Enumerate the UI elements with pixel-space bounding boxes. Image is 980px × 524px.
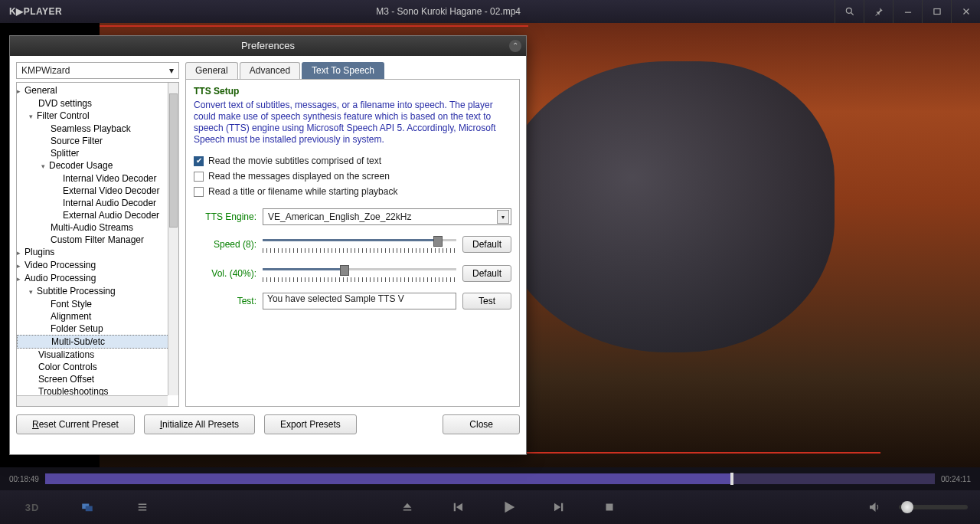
tree-general[interactable]: ▸General <box>17 84 178 97</box>
tree-splitter[interactable]: Splitter <box>17 147 178 159</box>
tts-setup-desc: Convert text of subtitles, messages, or … <box>194 100 511 146</box>
speed-slider[interactable] <box>263 234 456 254</box>
tab-general[interactable]: General <box>185 62 238 79</box>
tree-decoder-usage[interactable]: ▾Decoder Usage <box>17 159 178 172</box>
app-logo: K▶PLAYER <box>9 6 62 17</box>
tree-dvd[interactable]: DVD settings <box>17 97 178 110</box>
window-file-title: M3 - Sono Kuroki Hagane - 02.mp4 <box>62 6 835 17</box>
checkbox-icon[interactable] <box>194 172 204 182</box>
vol-default-button[interactable]: Default <box>462 265 511 282</box>
prefs-bottom-buttons: Reset Current Preset Initialize All Pres… <box>16 407 520 434</box>
pin-icon[interactable] <box>864 0 893 23</box>
wizard-label: KMPWizard <box>21 65 70 76</box>
export-presets-button[interactable]: Export Presets <box>264 414 357 434</box>
tree-plugins[interactable]: ▸Plugins <box>17 246 178 259</box>
window-buttons <box>835 0 980 23</box>
reset-preset-button[interactable]: Reset Current Preset <box>16 414 135 434</box>
svg-point-0 <box>846 8 851 13</box>
tab-advanced[interactable]: Advanced <box>240 62 300 79</box>
vol-slider-thumb[interactable] <box>340 265 349 276</box>
tree-int-audio[interactable]: Internal Audio Decoder <box>17 197 178 209</box>
volume-icon[interactable] <box>858 495 891 519</box>
tree-filter-control[interactable]: ▾Filter Control <box>17 110 178 123</box>
vol-slider[interactable] <box>263 264 456 283</box>
time-current: 00:18:49 <box>9 475 39 483</box>
engine-value: VE_American_English_Zoe_22kHz <box>268 211 411 222</box>
tree-subtitle-proc[interactable]: ▾Subtitle Processing <box>17 285 178 298</box>
next-button[interactable] <box>542 495 576 519</box>
time-total: 00:24:11 <box>941 475 971 483</box>
svg-rect-11 <box>403 509 412 511</box>
seek-bar[interactable] <box>45 473 935 484</box>
screens-icon[interactable] <box>70 495 104 519</box>
tree-video-proc[interactable]: ▸Video Processing <box>17 259 178 272</box>
minimize-button[interactable] <box>893 0 922 23</box>
tree-source-filter[interactable]: Source Filter <box>17 135 178 147</box>
speed-label: Speed (8): <box>194 239 256 250</box>
chevron-down-icon: ▾ <box>497 210 509 224</box>
tree-custom-filter[interactable]: Custom Filter Manager <box>17 234 178 246</box>
tree-scrollbar-thumb[interactable] <box>169 93 178 228</box>
init-presets-button[interactable]: Initialize All Presets <box>144 414 255 434</box>
close-button[interactable] <box>951 0 980 23</box>
prefs-title-text: Preferences <box>241 40 295 51</box>
red-accent-top <box>100 25 528 27</box>
progress-row: 00:18:49 00:24:11 <box>0 467 980 490</box>
seek-handle[interactable] <box>730 473 733 485</box>
chk-read-messages-label: Read the messages displayed on the scree… <box>208 169 390 184</box>
tree-seamless[interactable]: Seamless Playback <box>17 123 178 135</box>
search-icon[interactable] <box>835 0 864 23</box>
prev-button[interactable] <box>441 495 475 519</box>
test-input[interactable]: You have selected Sample TTS V <box>263 293 456 309</box>
chk-read-messages-row[interactable]: Read the messages displayed on the scree… <box>194 169 511 184</box>
tree-ext-video[interactable]: External Video Decoder <box>17 185 178 197</box>
volume-knob[interactable] <box>901 501 913 513</box>
maximize-button[interactable] <box>922 0 951 23</box>
tab-tts[interactable]: Text To Speech <box>302 62 384 79</box>
tree-ext-audio[interactable]: External Audio Decoder <box>17 209 178 221</box>
tree-alignment[interactable]: Alignment <box>17 310 178 323</box>
speed-slider-thumb[interactable] <box>433 236 443 247</box>
svg-rect-7 <box>86 506 93 512</box>
tree-color-controls[interactable]: Color Controls <box>17 361 178 373</box>
speed-default-button[interactable]: Default <box>462 236 511 253</box>
seek-fill <box>45 473 730 484</box>
eject-button[interactable] <box>390 495 424 519</box>
wizard-dropdown[interactable]: KMPWizard ▾ <box>16 62 179 79</box>
tabs: General Advanced Text To Speech <box>185 62 520 79</box>
tree-multi-sub[interactable]: Multi-Sub/etc <box>17 335 178 349</box>
tree-visualizations[interactable]: Visualizations <box>17 349 178 361</box>
threeD-toggle[interactable]: 3D <box>15 495 49 519</box>
tree-audio-proc[interactable]: ▸Audio Processing <box>17 272 178 285</box>
tree-font-style[interactable]: Font Style <box>17 298 178 310</box>
chk-read-subtitles-row[interactable]: ✔ Read the movie subtitles comprised of … <box>194 153 511 169</box>
tree-screen-offset[interactable]: Screen Offset <box>17 373 178 385</box>
chk-read-filename-row[interactable]: Read a title or filename while starting … <box>194 184 511 199</box>
svg-rect-13 <box>561 503 563 512</box>
engine-dropdown[interactable]: VE_American_English_Zoe_22kHz ▾ <box>263 208 511 225</box>
test-button[interactable]: Test <box>462 293 511 309</box>
tree-scrollbar-v[interactable] <box>168 83 178 395</box>
tree-folder-setup[interactable]: Folder Setup <box>17 323 178 335</box>
prefs-collapse-icon[interactable]: ⌃ <box>509 40 521 52</box>
checkbox-icon[interactable] <box>194 187 204 197</box>
svg-line-1 <box>851 13 853 15</box>
stop-button[interactable] <box>593 495 626 519</box>
tree-int-video[interactable]: Internal Video Decoder <box>17 172 178 185</box>
svg-rect-3 <box>933 9 939 15</box>
preferences-dialog: Preferences ⌃ KMPWizard ▾ ▸General DVD s… <box>9 35 527 455</box>
playlist-icon[interactable] <box>126 495 159 519</box>
engine-label: TTS Engine: <box>194 211 256 222</box>
play-button[interactable] <box>492 495 525 519</box>
prefs-title-bar[interactable]: Preferences ⌃ <box>10 36 526 56</box>
close-prefs-button[interactable]: Close <box>443 414 520 434</box>
tts-setup-title: TTS Setup <box>194 86 511 97</box>
svg-rect-12 <box>454 503 456 512</box>
category-tree: ▸General DVD settings ▾Filter Control Se… <box>16 82 179 407</box>
tts-panel: TTS Setup Convert text of subtitles, mes… <box>185 79 520 407</box>
checkbox-checked-icon[interactable]: ✔ <box>194 156 204 166</box>
tree-scrollbar-h[interactable] <box>17 395 168 406</box>
volume-slider[interactable] <box>899 505 968 509</box>
svg-rect-14 <box>606 504 613 511</box>
tree-multi-audio[interactable]: Multi-Audio Streams <box>17 221 178 234</box>
